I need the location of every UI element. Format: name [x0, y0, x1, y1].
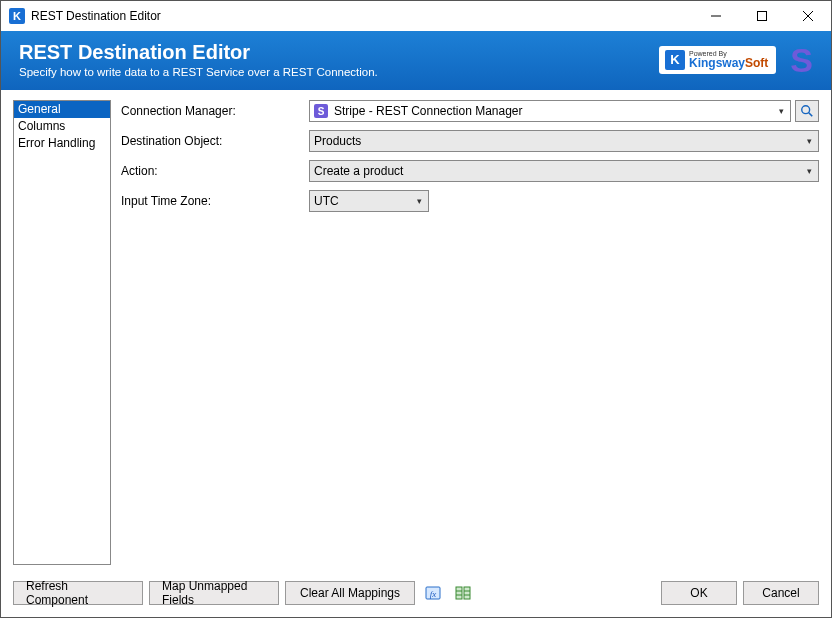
cancel-button[interactable]: Cancel — [743, 581, 819, 605]
sidebar-item-error-handling[interactable]: Error Handling — [14, 135, 110, 152]
browse-connection-button[interactable] — [795, 100, 819, 122]
sidebar-item-label: General — [18, 102, 61, 116]
app-icon: K — [9, 8, 25, 24]
destination-object-dropdown[interactable]: Products ▾ — [309, 130, 819, 152]
action-label: Action: — [121, 164, 309, 178]
action-value: Create a product — [314, 164, 805, 178]
svg-rect-1 — [758, 12, 767, 21]
input-time-zone-value: UTC — [314, 194, 415, 208]
input-time-zone-dropdown[interactable]: UTC ▾ — [309, 190, 429, 212]
row-destination-object: Destination Object: Products ▾ — [121, 130, 819, 152]
header-logos: K Powered By KingswaySoft S — [659, 43, 813, 77]
row-action: Action: Create a product ▾ — [121, 160, 819, 182]
svg-text:fx: fx — [430, 589, 437, 599]
columns-icon[interactable] — [451, 581, 475, 605]
input-time-zone-label: Input Time Zone: — [121, 194, 309, 208]
ok-button[interactable]: OK — [661, 581, 737, 605]
expression-icon[interactable]: fx — [421, 581, 445, 605]
kingswaysoft-logo: K Powered By KingswaySoft — [659, 46, 776, 74]
row-connection-manager: Connection Manager: S Stripe - REST Conn… — [121, 100, 819, 122]
close-button[interactable] — [785, 1, 831, 31]
stripe-icon: S — [314, 104, 328, 118]
header-title: REST Destination Editor — [19, 41, 378, 64]
footer: Refresh Component Map Unmapped Fields Cl… — [1, 573, 831, 617]
header-text: REST Destination Editor Specify how to w… — [19, 41, 378, 78]
kingswaysoft-logo-icon: K — [665, 50, 685, 70]
titlebar: K REST Destination Editor — [1, 1, 831, 31]
connection-manager-dropdown[interactable]: S Stripe - REST Connection Manager ▾ — [309, 100, 791, 122]
chevron-down-icon: ▾ — [777, 106, 786, 116]
sidebar-item-general[interactable]: General — [14, 101, 110, 118]
row-input-time-zone: Input Time Zone: UTC ▾ — [121, 190, 819, 212]
svg-line-5 — [809, 113, 813, 117]
sidebar-item-label: Error Handling — [18, 136, 95, 150]
sidebar-item-label: Columns — [18, 119, 65, 133]
connection-manager-label: Connection Manager: — [121, 104, 309, 118]
sidebar-item-columns[interactable]: Columns — [14, 118, 110, 135]
window-controls — [693, 1, 831, 31]
svg-point-4 — [802, 106, 810, 114]
svg-rect-8 — [456, 587, 462, 599]
kingswaysoft-name: KingswaySoft — [689, 57, 768, 69]
header-subtitle: Specify how to write data to a REST Serv… — [19, 66, 378, 78]
refresh-component-button[interactable]: Refresh Component — [13, 581, 143, 605]
body: General Columns Error Handling Connectio… — [1, 90, 831, 573]
form-area: Connection Manager: S Stripe - REST Conn… — [121, 100, 819, 565]
maximize-button[interactable] — [739, 1, 785, 31]
destination-object-value: Products — [314, 134, 805, 148]
sidebar: General Columns Error Handling — [13, 100, 111, 565]
clear-all-mappings-button[interactable]: Clear All Mappings — [285, 581, 415, 605]
chevron-down-icon: ▾ — [805, 166, 814, 176]
destination-object-label: Destination Object: — [121, 134, 309, 148]
chevron-down-icon: ▾ — [415, 196, 424, 206]
connection-manager-value: Stripe - REST Connection Manager — [334, 104, 777, 118]
header: REST Destination Editor Specify how to w… — [1, 31, 831, 90]
stripe-logo-icon: S — [790, 43, 813, 77]
window-title: REST Destination Editor — [31, 9, 693, 23]
action-dropdown[interactable]: Create a product ▾ — [309, 160, 819, 182]
minimize-button[interactable] — [693, 1, 739, 31]
map-unmapped-fields-button[interactable]: Map Unmapped Fields — [149, 581, 279, 605]
svg-rect-9 — [464, 587, 470, 599]
chevron-down-icon: ▾ — [805, 136, 814, 146]
window: K REST Destination Editor REST Destinati… — [0, 0, 832, 618]
